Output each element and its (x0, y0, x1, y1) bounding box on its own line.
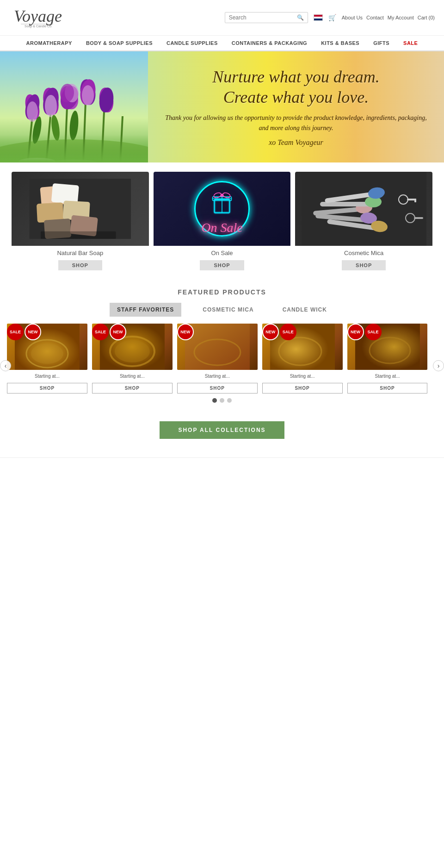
sale-category-image: On Sale (154, 172, 291, 246)
about-link[interactable]: About Us (342, 15, 363, 20)
badge-new-2: NEW (110, 324, 126, 340)
my-account-link[interactable]: My Account (388, 15, 414, 20)
svg-point-45 (221, 194, 224, 197)
tab-candle-wick[interactable]: CANDLE WICK (275, 303, 334, 317)
product-name-1: Starting at... (7, 372, 87, 383)
badge-sale-4: SALE (280, 324, 296, 340)
badge-new-4: NEW (262, 324, 279, 340)
sale-category-label: On Sale (154, 246, 291, 258)
hero-text: Nurture what you dream. Create what you … (148, 58, 444, 156)
hero-title-line2: Create what you love. (162, 87, 430, 107)
product-card-3: NEW Starting at... (177, 324, 258, 393)
cart-link[interactable]: Cart (0) (418, 15, 435, 20)
nav-item-aromatherapy[interactable]: AROMATHERAPY (26, 40, 72, 46)
svg-point-23 (82, 85, 94, 106)
main-nav: AROMATHERAPY BODY & SOAP SUPPLIES CANDLE… (0, 36, 444, 51)
product-shop-button-2[interactable]: SHOP (92, 383, 173, 393)
svg-point-67 (115, 340, 150, 362)
mica-category-label: Cosmetic Mica (295, 246, 432, 258)
product-shop-button-4[interactable]: SHOP (262, 383, 343, 393)
carousel-dot-1[interactable] (212, 398, 217, 403)
nav-item-kits[interactable]: KITS & BASES (321, 40, 359, 46)
badge-sale-5: SALE (365, 324, 382, 340)
search-input[interactable] (229, 14, 297, 21)
product-shop-button-5[interactable]: SHOP (347, 383, 428, 393)
category-card-mica[interactable]: Cosmetic Mica SHOP (295, 172, 432, 272)
svg-point-16 (45, 95, 57, 117)
badge-new-5: NEW (347, 324, 364, 340)
nav-item-containers[interactable]: CONTAINERS & PACKAGING (232, 40, 307, 46)
cart-icon: 🛒 (328, 14, 336, 21)
svg-point-29 (18, 158, 56, 162)
category-card-soap[interactable]: Natural Bar Soap SHOP (12, 172, 149, 272)
scroll-right-button[interactable]: › (433, 360, 444, 371)
logo[interactable]: Voyageur Soap & Candle Co. (9, 4, 65, 31)
footer-area (0, 457, 444, 828)
nav-item-body-soap[interactable]: BODY & SOAP SUPPLIES (86, 40, 153, 46)
product-name-5: Starting at... (347, 372, 428, 383)
products-section: ‹ SALE NEW (0, 317, 444, 414)
featured-header: FEATURED PRODUCTS (0, 281, 444, 298)
soap-category-label: Natural Bar Soap (12, 246, 149, 258)
hero-body: Thank you for allowing us the opportunit… (162, 113, 430, 134)
search-box[interactable]: 🔍 (225, 12, 308, 23)
mica-category-image (295, 172, 432, 246)
svg-point-30 (51, 160, 97, 162)
shop-all-button[interactable]: SHOP ALL COLLECTIONS (160, 421, 284, 439)
product-card-1: SALE NEW (7, 324, 87, 393)
badge-sale-2: SALE (92, 324, 109, 340)
tab-cosmetic-mica[interactable]: COSMETIC MICA (195, 303, 261, 317)
sale-shop-button[interactable]: SHOP (200, 260, 244, 270)
hero-flowers (0, 51, 148, 162)
svg-point-4 (0, 139, 148, 162)
carousel-dot-3[interactable] (227, 398, 232, 403)
nav-item-gifts[interactable]: GIFTS (373, 40, 389, 46)
svg-point-13 (27, 101, 38, 122)
shop-all-section: SHOP ALL COLLECTIONS (0, 414, 444, 457)
soap-category-image (12, 172, 149, 246)
top-bar: Voyageur Soap & Candle Co. 🔍 🛒 About Us … (0, 0, 444, 36)
svg-rect-38 (41, 231, 116, 239)
product-name-4: Starting at... (262, 372, 343, 383)
top-right-controls: 🔍 🛒 About Us Contact My Account Cart (0) (225, 12, 435, 23)
tabs-section: STAFF FAVORITES COSMETIC MICA CANDLE WIC… (0, 298, 444, 317)
badge-new-1: NEW (25, 324, 41, 340)
carousel-dot-2[interactable] (220, 398, 224, 403)
badge-sale-1: SALE (7, 324, 24, 340)
product-card-2: SALE NEW (92, 324, 173, 393)
product-shop-button-1[interactable]: SHOP (7, 383, 87, 393)
product-card-5: NEW SALE Sta (347, 324, 428, 393)
soap-shop-button[interactable]: SHOP (58, 260, 102, 270)
scroll-left-button[interactable]: ‹ (0, 360, 11, 371)
category-card-sale[interactable]: On Sale On Sale SHOP (154, 172, 291, 272)
carousel-dots (5, 393, 439, 407)
product-tabs: STAFF FAVORITES COSMETIC MICA CANDLE WIC… (9, 303, 435, 317)
tab-staff-favorites[interactable]: STAFF FAVORITES (110, 303, 181, 317)
neon-circle: On Sale (194, 181, 250, 237)
svg-text:Voyageur: Voyageur (14, 7, 62, 25)
nav-item-candle[interactable]: CANDLE SUPPLIES (166, 40, 218, 46)
product-name-2: Starting at... (92, 372, 173, 383)
nav-item-sale[interactable]: SALE (403, 40, 418, 46)
hero-signature: xo Team Voyageur (162, 138, 430, 147)
search-icon[interactable]: 🔍 (297, 14, 304, 21)
product-name-3: Starting at... (177, 372, 258, 383)
flag-icon (314, 14, 323, 21)
hero-title-line1: Nurture what you dream. (162, 67, 430, 87)
svg-text:Soap & Candle Co.: Soap & Candle Co. (25, 25, 52, 28)
products-row: SALE NEW (5, 324, 439, 393)
badge-new-3: NEW (177, 324, 194, 340)
top-links: About Us Contact My Account Cart (0) (342, 15, 435, 20)
svg-rect-59 (414, 199, 416, 202)
hero-banner: Nurture what you dream. Create what you … (0, 51, 444, 162)
category-section: Natural Bar Soap SHOP (0, 162, 444, 281)
product-card-4: NEW SALE Sta (262, 324, 343, 393)
svg-point-64 (31, 343, 63, 364)
svg-rect-61 (414, 217, 423, 219)
product-shop-button-3[interactable]: SHOP (177, 383, 258, 393)
contact-link[interactable]: Contact (366, 15, 384, 20)
neon-sale-text: On Sale (201, 220, 242, 235)
mica-shop-button[interactable]: SHOP (342, 260, 386, 270)
svg-rect-68 (185, 324, 250, 370)
